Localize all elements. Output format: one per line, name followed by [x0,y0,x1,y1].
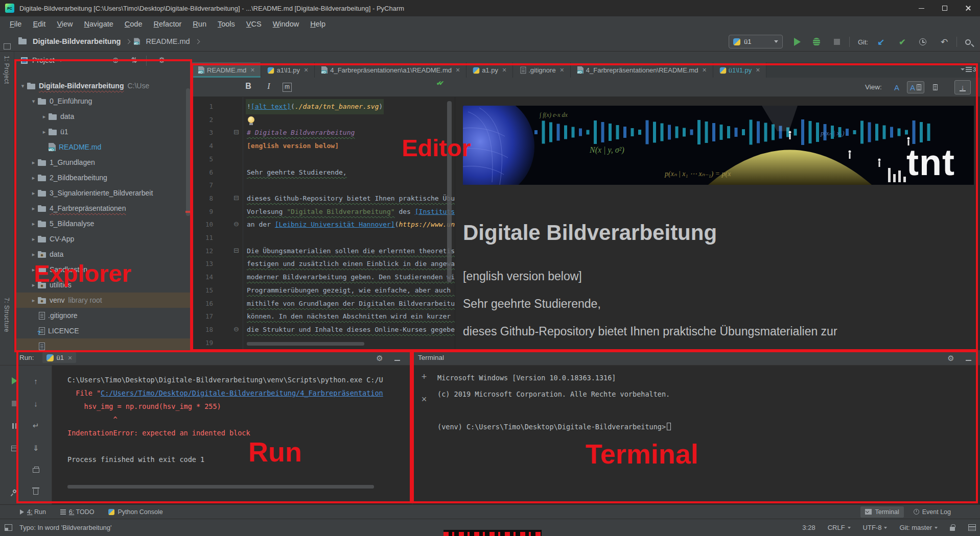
tab-close-icon[interactable]: × [456,67,460,72]
auto-scroll-button[interactable]: ↓ [954,80,971,94]
editor-pane[interactable]: 1![alt text](./data/tnt_banner.svg)23⊟# … [192,97,455,350]
scroll-to-end-button[interactable]: ⇓ [31,443,41,453]
breadcrumb-project[interactable]: Digitale-Bildverarbeitung [33,37,121,45]
run-horizontal-scrollbar[interactable] [67,485,374,489]
view-preview-only-button[interactable] [929,81,941,93]
tree-item[interactable]: .gitignore [14,308,192,323]
tab-close-icon[interactable]: × [250,67,254,72]
tree-arrow-right-icon[interactable]: ▸ [29,175,38,181]
tree-arrow-down-icon[interactable]: ▾ [18,83,27,89]
tree-arrow-right-icon[interactable]: ▸ [40,129,49,135]
tree-item[interactable]: ▾0_Einführung [14,93,192,109]
intention-bulb-icon[interactable] [248,116,254,123]
toolwindow-todo-button[interactable]: 6: TODO [56,506,99,518]
tree-arrow-right-icon[interactable]: ▸ [40,113,49,120]
menu-item-view[interactable]: View [51,20,78,28]
editor-tab[interactable]: .gitignore× [513,62,571,78]
menu-item-tools[interactable]: Tools [212,20,241,28]
gear-icon[interactable]: ⚙ [945,353,956,364]
stop-button[interactable] [831,36,843,48]
pause-button[interactable] [9,421,19,431]
editor-tab[interactable]: MD4_Farbrepräsentationen\a1\README.md× [315,62,466,78]
project-scrollbar[interactable] [186,88,190,216]
tree-item[interactable]: ▸4_Farbrepräsentationen [14,201,192,216]
tree-item[interactable]: ▸5_Bildanalyse [14,216,192,231]
hide-panel-button[interactable] [963,353,974,364]
tree-item[interactable]: ▸CV-App [14,231,192,247]
editor-tab[interactable]: MD4_Farbrepräsentationen\README.md× [571,62,713,78]
tree-arrow-right-icon[interactable]: ▸ [29,297,38,304]
pin-tab-button[interactable] [9,486,19,496]
run-tab[interactable]: ü1 × [42,352,77,363]
soft-wrap-button[interactable]: ↵ [31,421,41,431]
breadcrumb-file[interactable]: README.md [146,37,190,45]
tree-item[interactable] [14,338,192,350]
menu-item-refactor[interactable]: Refactor [148,20,188,28]
search-everywhere-button[interactable] [962,36,974,48]
encoding-select[interactable]: UTF-8 [863,524,888,531]
menu-item-vcs[interactable]: VCS [241,20,267,28]
close-icon[interactable]: × [68,355,72,360]
tree-arrow-right-icon[interactable]: ▸ [29,159,38,166]
run-configuration-select[interactable]: ü1 [729,35,783,48]
tree-item[interactable]: ▸utilities [14,277,192,293]
fold-circle-icon[interactable]: ⊖ [234,325,239,333]
tree-arrow-right-icon[interactable]: ▸ [29,266,38,273]
editor-tab[interactable]: a1.py× [466,62,513,78]
locate-file-icon[interactable]: ⊕ [112,56,119,65]
tree-arrow-right-icon[interactable]: ▸ [29,236,38,242]
stripe-project-button[interactable]: 1: Project [3,56,10,84]
bold-button[interactable]: B [243,82,254,91]
maximize-button[interactable] [933,0,956,16]
tab-close-icon[interactable]: × [502,67,506,72]
cursor-position[interactable]: 3:28 [802,524,815,531]
editor-vertical-scrollbar[interactable] [447,101,452,282]
toolwindow-run-button[interactable]: 4: Run [15,506,51,518]
tree-item[interactable]: ▸data [14,247,192,262]
tree-arrow-down-icon[interactable]: ▾ [29,98,38,105]
minimize-button[interactable] [909,0,933,16]
inspections-ok-icon[interactable]: ✔✔ [436,80,441,87]
rerun-button[interactable] [9,376,19,386]
code-button[interactable]: m [283,83,292,92]
editor-tab[interactable]: ü1\l1.py× [713,62,767,78]
toolwindow-terminal-button[interactable]: Terminal [860,506,903,518]
fold-region-icon[interactable]: ⊟ [234,128,239,136]
gear-icon[interactable]: ⚙ [374,353,385,364]
git-branch-select[interactable]: Git: master [899,524,938,531]
line-ending-select[interactable]: CRLF [828,524,851,531]
hide-panel-button[interactable] [391,353,403,364]
close-session-button[interactable]: × [418,394,430,405]
stop-button[interactable] [9,398,19,408]
view-split-button[interactable]: A [907,81,924,93]
toolwindow-toggle-icon[interactable] [5,524,12,531]
stripe-structure-button[interactable]: 7: Structure [3,298,10,332]
fold-region-icon[interactable]: ⊟ [234,247,239,254]
toolwindow-python-console-button[interactable]: Python Console [104,506,167,518]
git-commit-button[interactable]: ✔ [896,36,908,48]
git-update-button[interactable]: ↙ [875,36,887,48]
hidden-tabs-button[interactable]: 3 [961,66,976,72]
tab-close-icon[interactable]: × [560,67,564,72]
print-button[interactable] [31,465,41,475]
up-stacktrace-button[interactable]: ↑ [31,376,41,386]
down-stacktrace-button[interactable]: ↓ [31,398,41,408]
editor-horizontal-scrollbar[interactable] [247,342,364,346]
view-editor-only-button[interactable]: A [891,81,903,93]
project-panel-title[interactable]: Project [32,56,55,64]
close-button[interactable] [956,0,980,16]
tree-arrow-right-icon[interactable]: ▸ [29,282,38,288]
highlighting-level-icon[interactable] [968,524,976,531]
rollback-button[interactable]: ↶ [938,36,950,48]
debug-button[interactable] [810,36,823,48]
tab-close-icon[interactable]: × [702,67,706,72]
menu-item-window[interactable]: Window [267,20,305,28]
editor-tab[interactable]: MDREADME.md× [192,62,261,78]
menu-item-navigate[interactable]: Navigate [79,20,119,28]
menu-item-code[interactable]: Code [119,20,148,28]
fold-circle-icon[interactable]: ⊖ [234,220,239,228]
history-button[interactable] [917,36,929,48]
run-button[interactable] [791,36,803,48]
tree-arrow-right-icon[interactable]: ▸ [29,190,38,197]
console-segment[interactable]: C:/Users/Timo/Desktop/Digitale-Bildverar… [101,389,383,397]
